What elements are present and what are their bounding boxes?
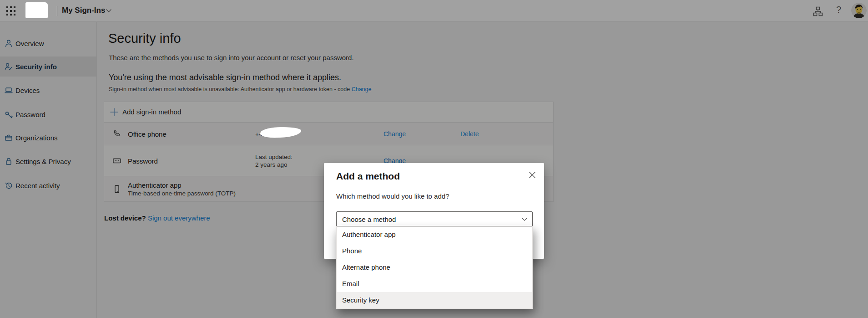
method-select-dropdown[interactable]: Choose a method [336,211,533,226]
option-alternate-phone[interactable]: Alternate phone [337,259,532,276]
option-security-key[interactable]: Security key [337,292,532,308]
option-email[interactable]: Email [337,276,532,292]
select-value: Choose a method [342,215,396,223]
close-icon[interactable] [529,171,536,179]
logo-redaction-blob [25,2,48,18]
dialog-question: Which method would you like to add? [336,192,449,200]
chevron-down-icon [522,218,527,221]
option-authenticator-app[interactable]: Authenticator app [337,226,532,243]
dialog-title: Add a method [336,171,400,182]
method-options-list: Authenticator app Phone Alternate phone … [336,226,533,309]
option-phone[interactable]: Phone [337,243,532,259]
